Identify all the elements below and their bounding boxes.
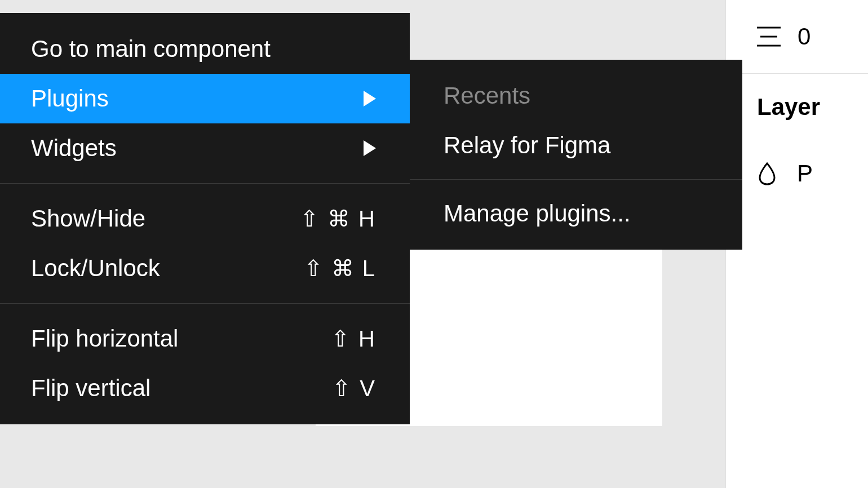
submenu-item-label: Relay for Figma: [444, 132, 610, 159]
menu-item-shortcut: ⇧ ⌘ H: [300, 206, 376, 232]
menu-item-label: Flip vertical: [31, 375, 150, 402]
menu-item-widgets[interactable]: Widgets: [0, 123, 410, 173]
submenu-divider: [410, 179, 742, 180]
menu-item-shortcut: ⇧ H: [331, 326, 376, 352]
menu-divider: [0, 303, 410, 304]
menu-item-label: Widgets: [31, 135, 117, 162]
opacity-icon: [757, 162, 777, 185]
menu-item-lock-unlock[interactable]: Lock/Unlock ⇧ ⌘ L: [0, 243, 410, 293]
menu-item-flip-vertical[interactable]: Flip vertical ⇧ V: [0, 363, 410, 413]
menu-item-label: Go to main component: [31, 36, 271, 63]
menu-item-go-to-main-component[interactable]: Go to main component: [0, 24, 410, 74]
context-menu: Go to main component Plugins Widgets Sho…: [0, 13, 410, 424]
chevron-right-icon: [364, 91, 376, 107]
layer-blend-row[interactable]: P: [757, 160, 868, 187]
submenu-item-relay-for-figma[interactable]: Relay for Figma: [410, 121, 742, 170]
menu-item-shortcut: ⇧ ⌘ L: [304, 255, 376, 281]
submenu-header-label: Recents: [444, 82, 530, 109]
spacing-value[interactable]: 0: [798, 23, 811, 50]
menu-item-label: Show/Hide: [31, 205, 145, 232]
layer-section-title: Layer: [757, 94, 868, 121]
menu-divider: [0, 183, 410, 184]
menu-item-show-hide[interactable]: Show/Hide ⇧ ⌘ H: [0, 194, 410, 243]
menu-item-label: Flip horizontal: [31, 325, 178, 352]
menu-item-shortcut: ⇧ V: [332, 375, 376, 401]
submenu-item-label: Manage plugins...: [444, 200, 631, 227]
submenu-header-recents: Recents: [410, 71, 742, 121]
menu-item-plugins[interactable]: Plugins: [0, 74, 410, 123]
menu-item-label: Plugins: [31, 85, 109, 112]
menu-item-label: Lock/Unlock: [31, 255, 160, 282]
submenu-item-manage-plugins[interactable]: Manage plugins...: [410, 189, 742, 238]
align-vertical-center-icon[interactable]: [757, 25, 781, 48]
chevron-right-icon: [364, 140, 376, 156]
blend-mode-label: P: [797, 160, 813, 187]
plugins-submenu: Recents Relay for Figma Manage plugins..…: [410, 60, 742, 250]
properties-panel: 0 Layer P: [725, 0, 868, 488]
alignment-row: 0: [726, 0, 868, 73]
layer-section: Layer P: [726, 74, 868, 187]
menu-item-flip-horizontal[interactable]: Flip horizontal ⇧ H: [0, 314, 410, 363]
